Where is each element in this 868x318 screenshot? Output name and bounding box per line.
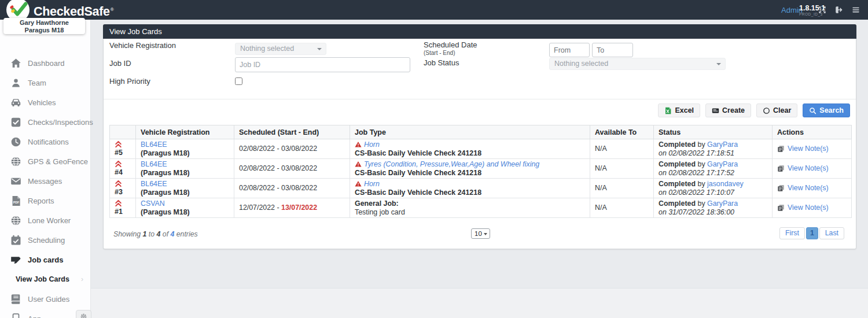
check-name: CS-Basic Daily Vehicle Check 241218: [355, 188, 585, 197]
job-description: Testing job card: [355, 208, 585, 217]
view-notes-link[interactable]: View Note(s): [777, 164, 829, 172]
sidebar-item-lone-worker[interactable]: Lone Worker: [0, 210, 91, 230]
sidebar-item-vehicles[interactable]: Vehicles: [0, 93, 91, 112]
envelope-icon: [10, 176, 21, 187]
registration-link[interactable]: BL64EE: [141, 160, 167, 168]
logout-icon[interactable]: [835, 6, 843, 14]
topbar-icons: [818, 0, 860, 20]
double-chevron-up-icon: [115, 140, 131, 148]
sidebar-item-label: Messages: [28, 177, 62, 186]
sidebar-item-dashboard[interactable]: Dashboard: [0, 53, 91, 73]
sidebar-item-label: Lone Worker: [28, 216, 71, 225]
sidebar-item-reports[interactable]: PDFReports: [0, 191, 91, 210]
overdue-end-date: 13/07/2022: [281, 204, 317, 212]
double-chevron-up-icon: [115, 160, 131, 168]
sidebar-item-gps-geofence[interactable]: GPS & GeoFence: [0, 151, 91, 171]
sidebar-item-messages[interactable]: Messages: [0, 171, 91, 191]
view-notes-link[interactable]: View Note(s): [777, 204, 829, 212]
create-button[interactable]: Create: [705, 103, 751, 117]
note-icon: [777, 164, 788, 172]
job-status-label: Job Status: [424, 58, 459, 67]
defect-link[interactable]: Horn: [364, 180, 380, 188]
registration-link[interactable]: CSVAN: [141, 199, 165, 208]
organisation-name-line2: Paragus M18: [3, 27, 85, 34]
view-notes-link[interactable]: View Note(s): [777, 184, 829, 192]
scheduled-from-input[interactable]: [549, 43, 590, 57]
sidebar-item-team[interactable]: Team: [0, 73, 91, 93]
home-icon: [10, 58, 21, 69]
vehicle-registration-select[interactable]: Nothing selected: [235, 43, 326, 55]
available-to: N/A: [595, 204, 607, 212]
jobs-table: Vehicle RegistrationScheduled (Start - E…: [109, 125, 852, 218]
settings-button[interactable]: [76, 310, 91, 318]
view-notes-link[interactable]: View Note(s): [777, 145, 829, 153]
globe-icon: [10, 215, 21, 226]
available-to: N/A: [595, 164, 607, 172]
scheduled-to-input[interactable]: [592, 43, 633, 57]
search-button[interactable]: Search: [803, 103, 850, 117]
clear-circle-icon: [763, 107, 770, 114]
defect-link[interactable]: Horn: [364, 140, 380, 149]
defect-link[interactable]: Tyres (Condition, Pressure,Wear,Age) and…: [364, 160, 539, 168]
excel-button[interactable]: Excel: [658, 103, 700, 117]
sidebar-item-label: Notifications: [28, 138, 69, 146]
status-timestamp: on 02/08/2022 17:17:52: [659, 169, 767, 178]
check-name: CS-Basic Daily Vehicle Check 241218: [355, 169, 585, 178]
pagination-first-button[interactable]: First: [779, 227, 805, 239]
sidebar-item-scheduling[interactable]: Scheduling: [0, 230, 91, 250]
fleet-name: (Paragus M18): [141, 188, 229, 197]
status-user-link[interactable]: jasondavey: [707, 180, 744, 188]
fleet-name: (Paragus M18): [141, 169, 229, 178]
status-state: Completed: [659, 160, 696, 168]
chevron-down-icon: [484, 233, 487, 235]
brand-wordmark: CheckedSafe®: [34, 0, 113, 20]
app-window: CheckedSafe® Admin 1.8.15.1 PROD_ID_3 Da…: [0, 0, 868, 318]
job-title: General Job:: [355, 199, 585, 208]
scheduled-date-label: Scheduled Date: [424, 40, 477, 49]
organisation-card: Gary Hawthorne Paragus M18: [3, 18, 85, 34]
fleet-name: (Paragus M18): [141, 149, 229, 158]
sidebar-item-label: Checks/Inspections: [28, 118, 93, 127]
table-row: #4BL64EE(Paragus M18)02/08/2022 - 03/08/…: [110, 159, 852, 179]
clear-button[interactable]: Clear: [756, 103, 797, 117]
sidebar-item-label: View Job Cards: [16, 275, 69, 283]
registration-link[interactable]: BL64EE: [141, 140, 167, 149]
sidebar-item-label: GPS & GeoFence: [28, 157, 88, 166]
menu-icon[interactable]: [852, 6, 860, 14]
excel-icon: [664, 107, 672, 114]
status-user-link[interactable]: GaryPara: [707, 199, 738, 208]
sidebar-item-job-cards[interactable]: Job cards: [0, 250, 91, 269]
sidebar-item-label: Dashboard: [28, 59, 65, 68]
sidebar-item-user-guides[interactable]: User Guides: [0, 289, 91, 309]
calendar-icon: [10, 235, 21, 246]
scheduled-dates: 02/08/2022 - 03/08/2022: [239, 145, 317, 153]
status-user-link[interactable]: GaryPara: [707, 140, 738, 149]
job-number: #3: [115, 188, 131, 197]
table-header-row: Vehicle RegistrationScheduled (Start - E…: [110, 125, 852, 139]
sidebar-item-label: Reports: [28, 197, 54, 205]
sidebar-item-checks-inspections[interactable]: Checks/Inspections: [0, 112, 91, 132]
high-priority-label: High Priority: [109, 77, 150, 86]
job-status-select[interactable]: Nothing selected: [549, 58, 726, 70]
job-id-input[interactable]: [235, 57, 410, 72]
status-timestamp: on 02/08/2022 17:18:51: [659, 149, 767, 158]
scheduled-date-sublabel: (Start - End): [424, 50, 455, 56]
page-size-select[interactable]: 10: [471, 228, 490, 239]
sidebar-item-view-job-cards[interactable]: View Job Cards›: [0, 269, 91, 289]
status-state: Completed: [659, 199, 696, 208]
search-icon: [809, 107, 816, 114]
sidebar-menu: DashboardTeamVehiclesChecks/InspectionsN…: [0, 53, 91, 318]
pagination-current-page[interactable]: 1: [806, 227, 818, 239]
job-number: #4: [115, 168, 131, 177]
chevron-right-icon: ›: [81, 275, 83, 283]
expand-icon[interactable]: [818, 6, 826, 14]
registration-link[interactable]: BL64EE: [141, 180, 167, 188]
create-card-icon: [712, 107, 719, 114]
pagination-last-button[interactable]: Last: [819, 227, 844, 239]
job-number: #1: [115, 208, 131, 216]
status-user-link[interactable]: GaryPara: [707, 160, 738, 168]
sidebar-item-notifications[interactable]: Notifications: [0, 132, 91, 151]
high-priority-checkbox[interactable]: [235, 77, 242, 85]
organisation-name-line1: Gary Hawthorne: [3, 19, 85, 27]
available-to: N/A: [595, 184, 607, 192]
